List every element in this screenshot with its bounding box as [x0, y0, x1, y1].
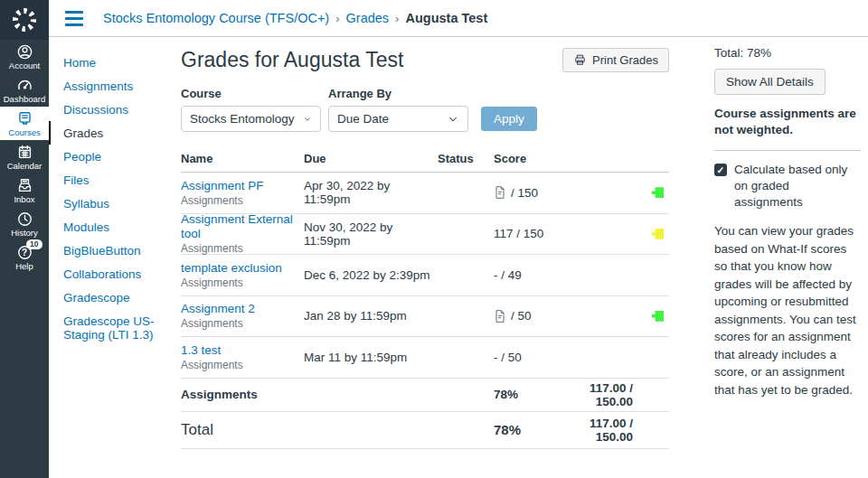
- col-header-due: Due: [304, 152, 438, 165]
- nav-inbox-label: Inbox: [14, 195, 34, 204]
- hamburger-menu-icon[interactable]: [65, 11, 83, 26]
- due-date: Nov 30, 2022 by 11:59pm: [304, 220, 438, 248]
- assignment-group-label: Assignments: [181, 242, 243, 255]
- grades-table: Name Due Status Score Assignment PF Assi…: [181, 152, 669, 449]
- nav-dashboard-label: Dashboard: [4, 95, 45, 104]
- history-icon: [16, 211, 33, 228]
- group-name: Assignments: [181, 388, 304, 401]
- main-content: Grades for Augusta Test Print Grades Cou…: [181, 48, 669, 449]
- score-cell: / 50: [494, 309, 580, 323]
- breadcrumb-bar: Stocks Entomology Course (TFS/OC+) › Gra…: [49, 0, 868, 37]
- grade-status-flag[interactable]: [652, 229, 664, 239]
- table-header-row: Name Due Status Score: [181, 152, 669, 173]
- course-select[interactable]: Stocks Entomology Course: [181, 106, 321, 132]
- nav-courses[interactable]: Courses: [0, 107, 49, 140]
- course-nav-people[interactable]: People: [49, 145, 181, 168]
- grade-status-flag[interactable]: [652, 311, 664, 322]
- inbox-icon: [16, 177, 33, 194]
- submission-document-icon[interactable]: [494, 185, 506, 200]
- arrange-by-select[interactable]: Due Date: [328, 106, 468, 132]
- submission-document-icon[interactable]: [494, 309, 506, 323]
- course-nav-gradescope-us-staging[interactable]: Gradescope US-Staging (LTI 1.3): [49, 309, 181, 346]
- grade-filters: Course Stocks Entomology Course Arrange …: [181, 87, 669, 132]
- score-cell: - / 49: [494, 268, 580, 282]
- breadcrumb-current: Augusta Test: [405, 11, 487, 25]
- assignment-link[interactable]: 1.3 test: [181, 343, 298, 358]
- breadcrumb-grades-link[interactable]: Grades: [346, 11, 390, 25]
- arrange-by-label: Arrange By: [328, 87, 468, 100]
- total-grade-label: Total: 78%: [714, 46, 861, 60]
- nav-calendar-label: Calendar: [7, 162, 42, 171]
- group-summary-row: Assignments 78% 117.00 / 150.00: [181, 379, 669, 412]
- course-nav-home[interactable]: Home: [49, 51, 181, 74]
- nav-account[interactable]: Account: [0, 40, 49, 73]
- breadcrumb-separator: ›: [335, 12, 339, 25]
- nav-inbox[interactable]: Inbox: [0, 173, 49, 207]
- course-select-value: Stocks Entomology Course: [190, 112, 296, 126]
- table-row: Assignment 2 Assignments Jan 28 by 11:59…: [181, 296, 669, 338]
- assignment-link[interactable]: Assignment PF: [181, 179, 298, 193]
- course-nav-collaborations[interactable]: Collaborations: [49, 262, 181, 286]
- assignment-group-label: Assignments: [181, 317, 243, 330]
- due-date: Mar 11 by 11:59pm: [304, 351, 438, 364]
- global-nav: Account Dashboard Courses Calendar Inbox…: [0, 0, 49, 478]
- print-grades-label: Print Grades: [592, 53, 658, 67]
- assignment-link[interactable]: template exclusion: [181, 261, 298, 276]
- table-row: Assignment External tool Assignments Nov…: [181, 214, 669, 256]
- apply-button[interactable]: Apply: [481, 107, 537, 131]
- group-points: 117.00 / 150.00: [580, 381, 638, 408]
- due-date: Dec 6, 2022 by 2:39pm: [304, 268, 438, 282]
- page-title: Grades for Augusta Test: [181, 48, 403, 72]
- assignment-group-label: Assignments: [181, 276, 243, 289]
- col-header-status: Status: [438, 152, 494, 165]
- total-row: Total 78% 117.00 / 150.00: [181, 412, 669, 449]
- col-header-name: Name: [181, 152, 304, 165]
- chevron-down-icon: [303, 113, 312, 126]
- score-cell: - / 50: [494, 351, 580, 364]
- nav-account-label: Account: [9, 61, 40, 70]
- score-text: / 50: [511, 309, 532, 323]
- printer-icon: [573, 53, 587, 67]
- course-nav-discussions[interactable]: Discussions: [49, 98, 181, 121]
- dashboard-icon: [16, 77, 33, 94]
- course-nav-syllabus[interactable]: Syllabus: [49, 192, 181, 215]
- course-nav-modules[interactable]: Modules: [49, 215, 181, 239]
- table-row: 1.3 test Assignments Mar 11 by 11:59pm -…: [181, 337, 669, 379]
- nav-calendar[interactable]: Calendar: [0, 140, 49, 173]
- weighted-note: Course assignments are not weighted.: [714, 106, 861, 138]
- nav-help[interactable]: 10 Help: [0, 240, 49, 274]
- help-badge: 10: [26, 239, 42, 249]
- course-nav-assignments[interactable]: Assignments: [49, 74, 181, 98]
- assignment-group-label: Assignments: [181, 194, 243, 207]
- what-if-help-text: You can view your grades based on What-I…: [714, 222, 861, 398]
- checkbox-checked-icon[interactable]: [714, 164, 727, 176]
- table-row: Assignment PF Assignments Apr 30, 2022 b…: [181, 173, 669, 214]
- nav-history[interactable]: History: [0, 207, 49, 240]
- score-cell: 117 / 150: [494, 227, 580, 240]
- grade-status-flag[interactable]: [652, 187, 664, 198]
- breadcrumb-course-link[interactable]: Stocks Entomology Course (TFS/OC+): [103, 11, 329, 25]
- score-cell: / 150: [494, 185, 580, 200]
- graded-only-checkbox-row[interactable]: Calculate based only on graded assignmen…: [714, 162, 861, 211]
- due-date: Apr 30, 2022 by 11:59pm: [304, 179, 438, 206]
- breadcrumb: Stocks Entomology Course (TFS/OC+) › Gra…: [103, 11, 487, 25]
- assignment-link[interactable]: Assignment External tool: [181, 212, 298, 241]
- courses-icon: [16, 110, 33, 127]
- course-nav-grades[interactable]: Grades: [49, 121, 181, 145]
- total-percent: 78%: [494, 422, 580, 437]
- nav-help-label: Help: [15, 262, 33, 271]
- score-text: - / 50: [494, 351, 522, 364]
- course-filter-label: Course: [181, 87, 321, 100]
- course-nav-bigbluebutton[interactable]: BigBlueButton: [49, 239, 181, 262]
- show-all-details-button[interactable]: Show All Details: [714, 69, 826, 95]
- print-grades-button[interactable]: Print Grades: [562, 48, 669, 72]
- breadcrumb-separator: ›: [395, 12, 399, 25]
- due-date: Jan 28 by 11:59pm: [304, 309, 438, 323]
- course-nav-gradescope[interactable]: Gradescope: [49, 286, 181, 309]
- course-nav-files[interactable]: Files: [49, 168, 181, 192]
- group-percent: 78%: [494, 388, 580, 401]
- course-nav: Home Assignments Discussions Grades Peop…: [49, 51, 181, 346]
- assignment-link[interactable]: Assignment 2: [181, 302, 298, 316]
- canvas-logo[interactable]: [0, 0, 49, 40]
- nav-dashboard[interactable]: Dashboard: [0, 73, 49, 107]
